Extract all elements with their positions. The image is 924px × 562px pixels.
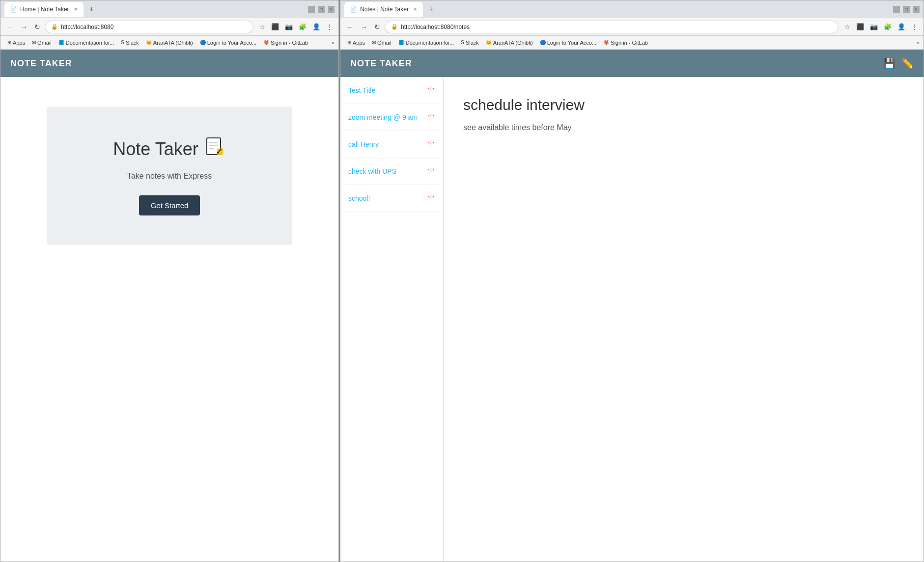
right-address-bar[interactable]: 🔒 http://localhost:8080/notes — [385, 21, 839, 33]
right-lock-icon: 🔒 — [391, 24, 398, 30]
left-bm-apps-icon: ⊞ — [7, 40, 11, 45]
left-hero-card: Note Taker Take notes with Exp — [47, 107, 292, 245]
note-item-zoom-meeting[interactable]: zoom meeting @ 9 am 🗑 — [340, 104, 443, 131]
left-app-content: NOTE TAKER Note Taker — [0, 50, 338, 562]
right-note-detail: schedule interview see available times b… — [444, 77, 924, 562]
left-nt-header: NOTE TAKER — [0, 50, 338, 77]
left-bm-ghibli[interactable]: 🐱 AranATA (Ghibli) — [143, 39, 196, 47]
right-bm-slack[interactable]: S Slack — [458, 39, 482, 47]
right-title-bar: 📄 Notes | Note Taker × + — □ × — [340, 0, 924, 18]
left-get-started-button[interactable]: Get Started — [139, 195, 200, 215]
right-bm-apps-icon: ⊞ — [347, 40, 351, 45]
left-address-bar[interactable]: 🔒 http://localhost:8080 — [45, 21, 253, 33]
left-hero-title: Note Taker — [113, 136, 225, 162]
right-bm-gmail-icon: ✉ — [372, 40, 376, 45]
right-url-text: http://localhost:8080/notes — [401, 24, 832, 30]
left-active-tab[interactable]: 📄 Home | Note Taker × — [4, 2, 84, 17]
delete-button-school[interactable]: 🗑 — [427, 194, 435, 203]
right-star-button[interactable]: ☆ — [842, 22, 852, 31]
left-bm-docs-icon: 📘 — [58, 40, 64, 45]
left-bm-gmail[interactable]: ✉ Gmail — [29, 39, 55, 47]
left-bm-docs-label: Documentation for... — [66, 40, 114, 46]
delete-button-check-ups[interactable]: 🗑 — [427, 167, 435, 176]
left-tab-title: Home | Note Taker — [20, 6, 69, 13]
left-star-button[interactable]: ☆ — [257, 22, 267, 31]
right-forward-button[interactable]: → — [358, 22, 370, 32]
note-item-test-title[interactable]: Test Title 🗑 — [340, 77, 443, 104]
right-extensions-button[interactable]: 🧩 — [882, 22, 894, 31]
right-edit-button[interactable]: ✏️ — [901, 57, 914, 69]
left-profile-button[interactable]: 👤 — [310, 22, 322, 31]
left-screenshot-button[interactable]: 📷 — [283, 22, 295, 31]
left-reload-button[interactable]: ↻ — [32, 22, 43, 32]
left-menu-button[interactable]: ⋮ — [324, 22, 335, 31]
left-bm-apps[interactable]: ⊞ Apps — [4, 39, 28, 47]
note-item-school[interactable]: school! 🗑 — [340, 185, 443, 212]
left-tab-close[interactable]: × — [74, 6, 78, 13]
left-minimize-button[interactable]: — — [308, 6, 315, 13]
right-bm-ghibli[interactable]: 🐱 AranATA (Ghibli) — [483, 39, 536, 47]
delete-button-test-title[interactable]: 🗑 — [427, 86, 435, 95]
left-back-button[interactable]: ← — [4, 22, 16, 32]
right-bm-gitlab-label: Sign in - GitLab — [611, 40, 648, 46]
right-nav-actions: ☆ ⬛ 📷 🧩 👤 ⋮ — [842, 22, 920, 31]
right-bm-apps[interactable]: ⊞ Apps — [344, 39, 368, 47]
left-lock-icon: 🔒 — [51, 24, 58, 30]
delete-button-zoom-meeting[interactable]: 🗑 — [427, 113, 435, 122]
left-hero-section: Note Taker Take notes with Exp — [0, 77, 338, 562]
right-window-controls: — □ × — [893, 6, 920, 13]
right-screenshot-button[interactable]: 📷 — [868, 22, 880, 31]
right-cast-button[interactable]: ⬛ — [854, 22, 866, 31]
right-bm-docs[interactable]: 📘 Documentation for... — [395, 39, 457, 47]
right-reload-button[interactable]: ↻ — [372, 22, 383, 32]
right-notes-layout: Test Title 🗑 zoom meeting @ 9 am 🗑 call … — [340, 77, 924, 562]
left-forward-button[interactable]: → — [18, 22, 30, 32]
left-maximize-button[interactable]: □ — [318, 6, 325, 13]
left-bm-docs[interactable]: 📘 Documentation for... — [56, 39, 117, 47]
right-tab-icon: 📄 — [350, 6, 357, 13]
right-notes-sidebar: Test Title 🗑 zoom meeting @ 9 am 🗑 call … — [340, 77, 444, 562]
left-close-button[interactable]: × — [328, 6, 335, 13]
right-back-button[interactable]: ← — [344, 22, 356, 32]
svg-point-6 — [217, 152, 219, 154]
right-profile-button[interactable]: 👤 — [896, 22, 907, 31]
left-bm-login[interactable]: 🔵 Login to Your Acco... — [197, 39, 259, 47]
note-item-call-henry[interactable]: call Henry 🗑 — [340, 131, 443, 158]
right-bm-docs-icon: 📘 — [398, 40, 404, 45]
right-bm-gitlab[interactable]: 🦊 Sign in - GitLab — [600, 39, 651, 47]
right-bm-login[interactable]: 🔵 Login to Your Acco... — [537, 39, 599, 47]
note-title-test-title: Test Title — [348, 86, 427, 94]
note-item-check-ups[interactable]: check with UPS 🗑 — [340, 158, 443, 185]
right-new-tab-button[interactable]: + — [426, 5, 436, 14]
left-nav-bar: ← → ↻ 🔒 http://localhost:8080 ☆ ⬛ 📷 🧩 👤 … — [0, 18, 338, 36]
left-bm-ghibli-icon: 🐱 — [146, 40, 152, 45]
right-menu-button[interactable]: ⋮ — [909, 22, 920, 31]
left-app-name: Note Taker — [113, 139, 198, 160]
right-header-title: NOTE TAKER — [350, 58, 412, 69]
left-note-icon — [204, 136, 226, 162]
right-bookmarks-bar: ⊞ Apps ✉ Gmail 📘 Documentation for... S … — [340, 36, 924, 50]
left-extensions-button[interactable]: 🧩 — [297, 22, 308, 31]
right-bm-ghibli-icon: 🐱 — [486, 40, 492, 45]
left-bookmarks-more[interactable]: » — [332, 40, 335, 46]
right-bm-gmail[interactable]: ✉ Gmail — [369, 39, 394, 47]
right-bookmarks-more[interactable]: » — [917, 40, 920, 46]
right-tab-close[interactable]: × — [414, 6, 417, 13]
left-new-tab-button[interactable]: + — [86, 5, 97, 14]
right-minimize-button[interactable]: — — [893, 6, 900, 13]
right-maximize-button[interactable]: □ — [903, 6, 910, 13]
left-url-text: http://localhost:8080 — [61, 24, 247, 30]
right-save-button[interactable]: 💾 — [883, 57, 896, 69]
delete-button-call-henry[interactable]: 🗑 — [427, 140, 435, 149]
left-bm-gitlab[interactable]: 🦊 Sign in - GitLab — [260, 39, 311, 47]
left-bm-login-icon: 🔵 — [200, 40, 206, 45]
left-bm-gitlab-icon: 🦊 — [263, 40, 269, 45]
right-active-tab[interactable]: 📄 Notes | Note Taker × — [344, 2, 423, 17]
left-bm-apps-label: Apps — [13, 40, 25, 46]
right-nav-bar: ← → ↻ 🔒 http://localhost:8080/notes ☆ ⬛ … — [340, 18, 924, 36]
left-cast-button[interactable]: ⬛ — [269, 22, 281, 31]
right-close-button[interactable]: × — [913, 6, 920, 13]
left-bm-gmail-icon: ✉ — [32, 40, 36, 45]
left-bm-slack[interactable]: S Slack — [118, 39, 142, 47]
left-bm-login-label: Login to Your Acco... — [207, 40, 256, 46]
